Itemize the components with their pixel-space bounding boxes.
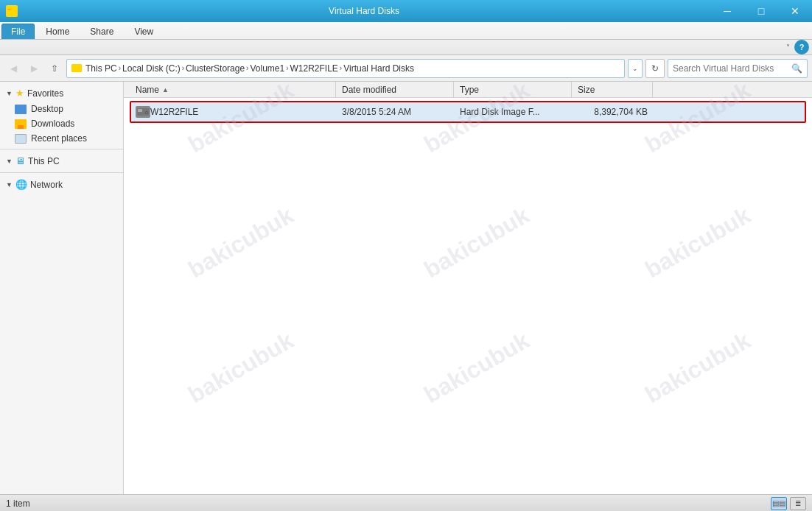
tab-view[interactable]: View <box>125 24 163 39</box>
path-folder-icon <box>71 64 82 72</box>
column-date[interactable]: Date modified <box>336 82 454 97</box>
column-type-label: Type <box>460 85 479 95</box>
ribbon-collapse-button[interactable]: ˅ <box>782 42 794 53</box>
address-bar: ◀ ▶ ⇧ This PC › Local Disk (C:) › Cluste… <box>0 55 812 82</box>
search-box[interactable]: 🔍 <box>668 59 808 78</box>
sidebar-this-pc-header[interactable]: ▼ 🖥 This PC <box>0 152 123 169</box>
file-type: Hard Disk Image F... <box>460 107 574 117</box>
window-title: Virtual Hard Disks <box>18 6 710 16</box>
ribbon-content: ˅ ? <box>0 40 812 54</box>
column-size-label: Size <box>578 85 595 95</box>
up-button[interactable]: ⇧ <box>46 60 63 77</box>
file-list: W12R2FILE 3/8/2015 5:24 AM Hard Disk Ima… <box>124 98 812 494</box>
network-chevron-icon: ▼ <box>6 181 13 188</box>
file-name: W12R2FILE <box>150 107 342 117</box>
content-area: Name ▲ Date modified Type Size <box>124 82 812 494</box>
app-icon <box>6 5 18 17</box>
this-pc-label: This PC <box>28 156 60 166</box>
title-bar-left <box>6 5 18 17</box>
path-segment-local-disk[interactable]: Local Disk (C:) <box>122 63 181 74</box>
sidebar-network-header[interactable]: ▼ 🌐 Network <box>0 176 123 193</box>
path-segment-virtual-hard-disks[interactable]: Virtual Hard Disks <box>343 63 414 74</box>
minimize-button[interactable]: ─ <box>710 0 744 22</box>
this-pc-chevron-icon: ▼ <box>6 158 13 165</box>
tiles-view-button[interactable]: ≣ <box>790 497 806 510</box>
help-button[interactable]: ? <box>794 40 809 54</box>
search-input[interactable] <box>673 63 788 74</box>
status-bar: 1 item ▤▤ ≣ <box>0 494 812 511</box>
vhd-icon <box>136 106 150 118</box>
ribbon-tabs: File Home Share View <box>0 22 812 40</box>
favorites-chevron-icon: ▼ <box>6 90 13 97</box>
maximize-button[interactable]: □ <box>744 0 778 22</box>
sidebar-item-desktop[interactable]: Desktop <box>0 102 123 116</box>
file-size: 8,392,704 KB <box>574 107 648 117</box>
ribbon: File Home Share View ˅ ? <box>0 22 812 55</box>
network-label: Network <box>30 180 63 190</box>
window-controls: ─ □ ✕ <box>710 0 812 22</box>
details-view-button[interactable]: ▤▤ <box>771 497 787 510</box>
svg-rect-3 <box>138 109 142 112</box>
refresh-button[interactable]: ↻ <box>645 59 665 78</box>
column-name[interactable]: Name ▲ <box>130 82 336 97</box>
column-name-label: Name <box>136 85 159 95</box>
item-count: 1 item <box>6 498 30 509</box>
forward-button[interactable]: ▶ <box>25 60 43 77</box>
path-segment-cluster-storage[interactable]: ClusterStorage <box>186 63 245 74</box>
back-button[interactable]: ◀ <box>4 60 22 77</box>
desktop-folder-icon <box>15 105 27 114</box>
sidebar-item-recent-places[interactable]: Recent places <box>0 131 123 146</box>
downloads-label: Downloads <box>31 119 74 129</box>
column-headers: Name ▲ Date modified Type Size <box>124 82 812 98</box>
table-row[interactable]: W12R2FILE 3/8/2015 5:24 AM Hard Disk Ima… <box>130 101 806 123</box>
file-date: 3/8/2015 5:24 AM <box>342 107 460 117</box>
path-segment-this-pc[interactable]: This PC <box>85 63 117 74</box>
sidebar-favorites-header[interactable]: ▼ ★ Favorites <box>0 85 123 102</box>
path-segment-volume1[interactable]: Volume1 <box>250 63 284 74</box>
desktop-label: Desktop <box>31 104 63 114</box>
path-segment-w12r2file[interactable]: W12R2FILE <box>290 63 338 74</box>
address-chevron[interactable]: ⌄ <box>628 59 643 78</box>
main-layout: ▼ ★ Favorites Desktop Downloads Recent p… <box>0 82 812 494</box>
sidebar-divider-2 <box>0 172 123 173</box>
close-button[interactable]: ✕ <box>778 0 812 22</box>
tab-share[interactable]: Share <box>80 24 123 39</box>
sort-arrow-icon: ▲ <box>162 86 169 94</box>
svg-point-5 <box>146 112 147 113</box>
sidebar: ▼ ★ Favorites Desktop Downloads Recent p… <box>0 82 124 494</box>
network-icon: 🌐 <box>15 179 27 190</box>
svg-rect-1 <box>7 9 11 10</box>
search-icon: 🔍 <box>791 63 802 74</box>
view-toggles: ▤▤ ≣ <box>771 497 806 510</box>
sidebar-divider-1 <box>0 149 123 149</box>
favorites-label: Favorites <box>27 88 63 99</box>
tab-file[interactable]: File <box>1 24 35 39</box>
recent-places-icon <box>15 134 27 144</box>
content-wrapper: bakicubuk bakicubuk bakicubuk bakicubuk … <box>124 82 812 494</box>
star-icon: ★ <box>15 88 24 99</box>
column-type[interactable]: Type <box>454 82 572 97</box>
title-bar: Virtual Hard Disks ─ □ ✕ <box>0 0 812 22</box>
recent-places-label: Recent places <box>31 133 87 144</box>
sidebar-item-downloads[interactable]: Downloads <box>0 116 123 131</box>
column-date-label: Date modified <box>342 85 396 95</box>
tab-home[interactable]: Home <box>36 24 79 39</box>
column-size[interactable]: Size <box>572 82 653 97</box>
pc-icon: 🖥 <box>15 155 25 166</box>
downloads-folder-icon <box>15 119 27 129</box>
address-path[interactable]: This PC › Local Disk (C:) › ClusterStora… <box>66 59 625 78</box>
